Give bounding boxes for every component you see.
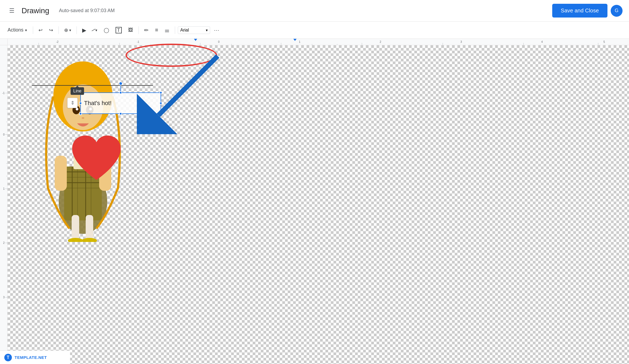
svg-point-21 [82,117,84,119]
svg-point-13 [82,238,97,242]
text-box-content: That's hot! [84,100,112,107]
logo-icon: T [4,354,12,361]
more-icon: ⋯ [214,27,219,33]
select-tool-button[interactable]: ▶ [79,24,89,36]
svg-rect-10 [72,215,79,239]
svg-rect-11 [86,215,93,239]
shape-icon: ◯ [104,27,109,33]
handle-middle-left[interactable] [79,102,82,105]
line-element [32,85,153,86]
drawing-canvas: -1 0 1 2 3 [0,45,629,364]
font-chevron-icon: ▾ [206,28,208,32]
text-align-icon[interactable]: ⇕ [67,98,78,108]
logo-name: TEMPLATE.NET [15,355,47,360]
heart-shape [69,134,123,185]
canvas-wrapper: -2 -1 0 1 2 3 4 5 [0,39,629,364]
svg-point-19 [76,108,78,110]
font-name: Arial [180,28,189,33]
undo-icon: ↩ [39,27,43,33]
actions-label: Actions [8,27,23,33]
ruler-corner [0,39,8,45]
actions-button[interactable]: Actions ▾ [4,26,30,34]
autosave-status: Auto-saved at 9:07:03 AM [59,8,115,13]
zoom-chevron-icon: ▾ [69,28,71,32]
shape-tool-button[interactable]: ◯ [101,24,112,36]
pen-icon: ✏ [144,27,149,33]
header: ☰ Drawing Auto-saved at 9:07:03 AM Save … [0,0,629,22]
text-tool-button[interactable]: T [113,24,124,36]
header-left: ☰ Drawing Auto-saved at 9:07:03 AM [6,5,115,16]
handle-bottom-left[interactable] [79,112,82,115]
sidebar-toggle[interactable]: ☰ [6,5,17,16]
select-icon: ▶ [82,27,86,33]
line-tool-button[interactable]: / ▾ [90,24,100,36]
save-close-button[interactable]: Save and Close [552,4,607,18]
line-tooltip: Line [71,87,84,95]
zoom-icon: ⊕ [64,27,68,33]
image-icon: 🖼 [128,27,133,33]
app-title: Drawing [22,6,49,15]
ruler-vertical: -1 0 1 2 3 [0,45,8,364]
pen-tool-button[interactable]: ✏ [141,24,151,36]
rulers-row: -2 -1 0 1 2 3 4 5 [0,39,629,45]
more-options-button[interactable]: ⋯ [211,24,222,36]
line-dash-button[interactable]: ⚌ [162,24,172,36]
line-dash-icon: ⚌ [165,27,169,33]
divider-1 [33,26,33,34]
handle-top-right[interactable] [159,91,162,94]
toolbar: Actions ▾ ↩ ↪ ⊕ ▾ ▶ / ▾ ◯ T 🖼 ✏ [0,22,629,39]
main-area: -2 -1 0 1 2 3 4 5 [0,39,629,364]
canvas-content[interactable]: ⇕ That's hot! Line [8,45,629,364]
align-icon: ⇕ [71,100,75,106]
text-box-icon: T [116,27,122,33]
handle-bottom-right[interactable] [159,112,162,115]
header-right: Save and Close G [552,4,623,18]
image-tool-button[interactable]: 🖼 [126,24,136,36]
divider-4 [138,26,139,34]
svg-point-12 [68,238,83,242]
ruler-horizontal: -2 -1 0 1 2 3 4 5 [8,39,629,45]
divider-3 [77,26,77,34]
divider-2 [58,26,59,34]
svg-rect-23 [55,156,67,191]
line-style-button[interactable]: ≡ [152,24,161,36]
handle-top-middle[interactable] [119,91,122,94]
line-style-icon: ≡ [155,27,158,33]
handle-middle-right[interactable] [159,102,162,105]
text-box[interactable]: ⇕ That's hot! [80,92,161,114]
handle-top-circle[interactable] [119,82,123,85]
bottom-bar: T TEMPLATE.NET [0,351,70,364]
handle-bottom-middle[interactable] [119,112,122,115]
undo-button[interactable]: ↩ [36,24,45,36]
redo-icon: ↪ [49,27,53,33]
font-selector[interactable]: Arial ▾ [178,26,210,34]
avatar: G [611,5,623,17]
tooltip-text: Line [73,89,81,93]
redo-button[interactable]: ↪ [46,24,56,36]
zoom-button[interactable]: ⊕ ▾ [61,24,74,36]
actions-chevron-icon: ▾ [25,28,27,32]
divider-5 [175,26,175,34]
